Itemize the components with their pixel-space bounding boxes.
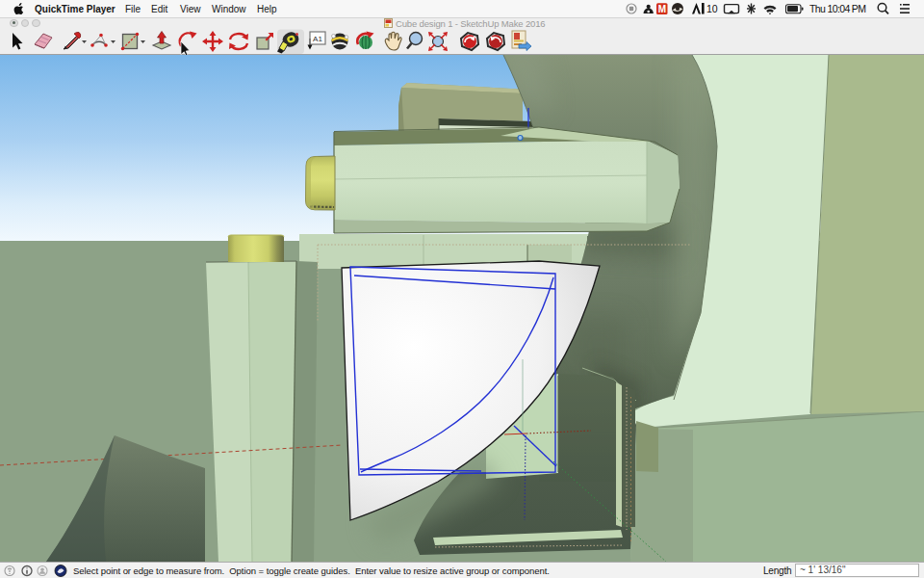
svg-text:10: 10 <box>706 3 718 14</box>
svg-text:Thu 10:04 PM: Thu 10:04 PM <box>809 3 866 14</box>
svg-text:A1: A1 <box>313 35 322 43</box>
svg-text:M: M <box>658 4 666 14</box>
